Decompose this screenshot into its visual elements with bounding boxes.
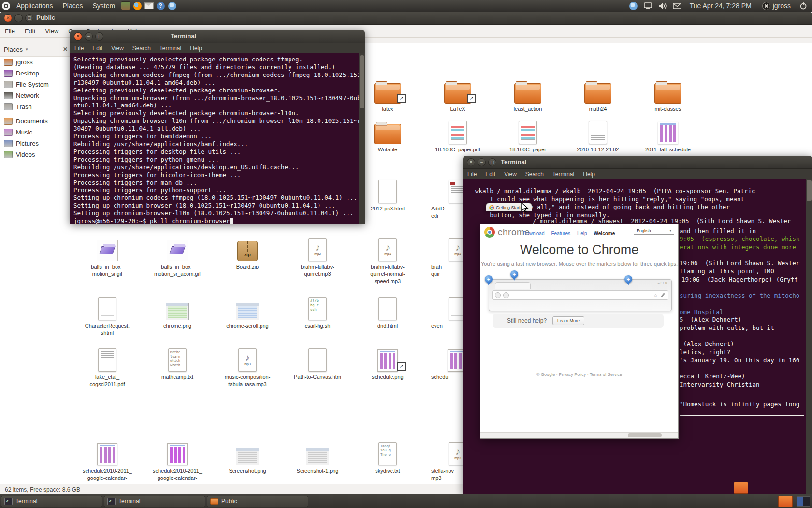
sidebar-item-music[interactable]: Music [0, 127, 72, 138]
chevron-down-icon[interactable]: ▾ [26, 47, 28, 52]
menu-help[interactable]: Help [186, 45, 206, 52]
menu-terminal[interactable]: Terminal [548, 171, 579, 178]
file-item[interactable]: Path-to-Canvas.htm [286, 345, 349, 381]
file-item[interactable]: 2011_fall_schedule [637, 118, 699, 153]
sidebar-item-network[interactable]: Network [0, 90, 72, 101]
places-header[interactable]: Places ▾ ✕ [0, 43, 72, 57]
menu-search[interactable]: Search [128, 45, 155, 52]
chromium-tray-icon[interactable] [629, 2, 638, 10]
close-icon[interactable]: ✕ [63, 46, 68, 53]
file-item[interactable]: Writable [356, 118, 419, 153]
learn-more-button[interactable]: Learn More [552, 316, 584, 325]
language-select[interactable]: English ▾ [634, 227, 674, 235]
panel-menu-system[interactable]: System [88, 0, 120, 12]
chromium-icon[interactable] [168, 2, 176, 10]
file-manager-titlebar[interactable]: ✕ – ▢ Public [0, 12, 812, 25]
file-item[interactable]: schedule2010-2011_google-calendar- [146, 439, 209, 482]
sidebar-item-desktop[interactable]: Desktop [0, 68, 72, 79]
file-item[interactable]: 18.100C_paper [496, 118, 559, 153]
sidebar-item-jgross[interactable]: jgross [0, 57, 72, 68]
file-item[interactable]: Mathc learn which whethmathcamp.txt [146, 345, 209, 381]
file-item[interactable]: dnd.html [356, 294, 419, 329]
terminal1-body[interactable]: Selecting previously deselected package … [70, 53, 365, 224]
active-workspace[interactable] [797, 497, 803, 506]
terminal2-scrollbar[interactable] [806, 179, 812, 494]
taskbar-item-terminal[interactable]: >_Terminal [104, 496, 205, 507]
workspace-switcher[interactable] [797, 496, 810, 507]
mail-tray-icon[interactable] [672, 1, 682, 11]
user-menu[interactable]: jgross [758, 2, 795, 10]
ubuntu-logo-icon[interactable] [2, 2, 10, 10]
menu-edit[interactable]: Edit [481, 171, 500, 178]
mail-icon[interactable] [144, 2, 154, 9]
taskbar-item-public[interactable]: Public [207, 496, 308, 507]
sidebar-item-videos[interactable]: Videos [0, 149, 72, 160]
menu-view[interactable]: View [40, 28, 63, 35]
menu-view[interactable]: View [500, 171, 521, 178]
nav-link-features[interactable]: Features [551, 231, 570, 236]
sidebar-item-pictures[interactable]: Pictures [0, 138, 72, 149]
clock[interactable]: Tue Apr 24, 7:28 PM [686, 2, 755, 10]
nav-link-help[interactable]: Help [577, 231, 587, 236]
display-icon[interactable] [643, 1, 653, 11]
file-item[interactable]: least_action [496, 77, 559, 113]
panel-menu-places[interactable]: Places [58, 0, 88, 12]
file-item[interactable]: 18.100C_paper.pdf [426, 118, 489, 153]
help-icon[interactable]: ? [157, 2, 165, 10]
nav-link-welcome[interactable]: Welcome [594, 231, 615, 236]
sidebar-item-file-system[interactable]: File System [0, 79, 72, 90]
file-item[interactable]: 2010-10-12 24.02 [566, 118, 629, 153]
power-icon[interactable] [798, 1, 808, 11]
file-item[interactable]: Imagi You g The oskydive.txt [356, 439, 419, 475]
firefox-icon[interactable] [133, 2, 142, 10]
menu-search[interactable]: Search [521, 171, 548, 178]
file-item[interactable]: balls_in_box_motion_sr.gif [76, 235, 139, 278]
maximize-icon[interactable]: ▢ [488, 158, 496, 166]
file-item[interactable]: ♪mp3music-composition-tabula-rasa.mp3 [216, 345, 279, 388]
minimize-icon[interactable]: – [85, 32, 93, 41]
file-item[interactable]: schedule2010-2011_google-calendar- [76, 439, 139, 482]
terminal2-titlebar[interactable]: ✕ – ▢ Terminal [463, 156, 812, 169]
file-item[interactable]: ♪mp3brahm-lullaby-quirrel-normal-speed.m… [356, 235, 419, 285]
file-item[interactable]: 2012-ps8.html [356, 177, 419, 212]
terminal1-titlebar[interactable]: ✕ – ▢ Terminal [70, 30, 365, 43]
sidebar-item-documents[interactable]: Documents [0, 116, 72, 127]
file-item[interactable]: Screenshot-1.png [286, 439, 349, 475]
file-item[interactable]: mit-classes [637, 77, 699, 113]
file-item[interactable]: Screenshot.png [216, 439, 279, 475]
terminal1-scrollbar[interactable] [359, 53, 365, 224]
nav-link-download[interactable]: Download [523, 231, 544, 236]
panel-menu-applications[interactable]: Applications [12, 0, 58, 12]
minimize-icon[interactable]: – [478, 158, 486, 166]
scrollbar-thumb[interactable] [360, 55, 364, 108]
menu-edit[interactable]: Edit [20, 28, 40, 35]
file-item[interactable]: ♪mp3brahm-lullaby-quirrel.mp3 [286, 235, 349, 278]
file-item[interactable]: #!/b hg c sshcsail-hg.sh [286, 294, 349, 329]
sidebar-item-trash[interactable]: Trash [0, 101, 72, 112]
menu-terminal[interactable]: Terminal [155, 45, 186, 52]
volume-icon[interactable] [658, 1, 667, 11]
menu-view[interactable]: View [107, 45, 128, 52]
app-tray-icon[interactable] [778, 496, 793, 507]
file-item[interactable]: ↗LaTeX [426, 77, 489, 113]
close-icon[interactable]: ✕ [4, 14, 12, 22]
menu-file[interactable]: File [70, 45, 88, 52]
close-icon[interactable]: ✕ [74, 32, 82, 41]
file-item[interactable]: chrome-scroll.png [216, 294, 279, 329]
menu-edit[interactable]: Edit [88, 45, 107, 52]
tip-marker-3[interactable]: + [624, 275, 632, 283]
maximize-icon[interactable]: ▢ [95, 32, 103, 41]
menu-file[interactable]: File [0, 28, 20, 35]
tip-marker-1[interactable]: + [485, 275, 493, 283]
file-item[interactable]: ↗latex [356, 77, 419, 113]
horizontal-scrollbar[interactable] [480, 432, 678, 438]
file-item[interactable]: math24 [566, 77, 629, 113]
close-icon[interactable]: ✕ [467, 158, 475, 166]
menu-file[interactable]: File [463, 171, 481, 178]
file-item[interactable]: CharacterRequest.shtml [76, 294, 139, 337]
tip-marker-2[interactable]: + [510, 270, 518, 278]
maximize-icon[interactable]: ▢ [25, 14, 33, 22]
scrollbar-thumb[interactable] [628, 433, 662, 437]
minimize-icon[interactable]: – [14, 14, 23, 22]
file-item[interactable]: zipBoard.zip [216, 235, 279, 270]
